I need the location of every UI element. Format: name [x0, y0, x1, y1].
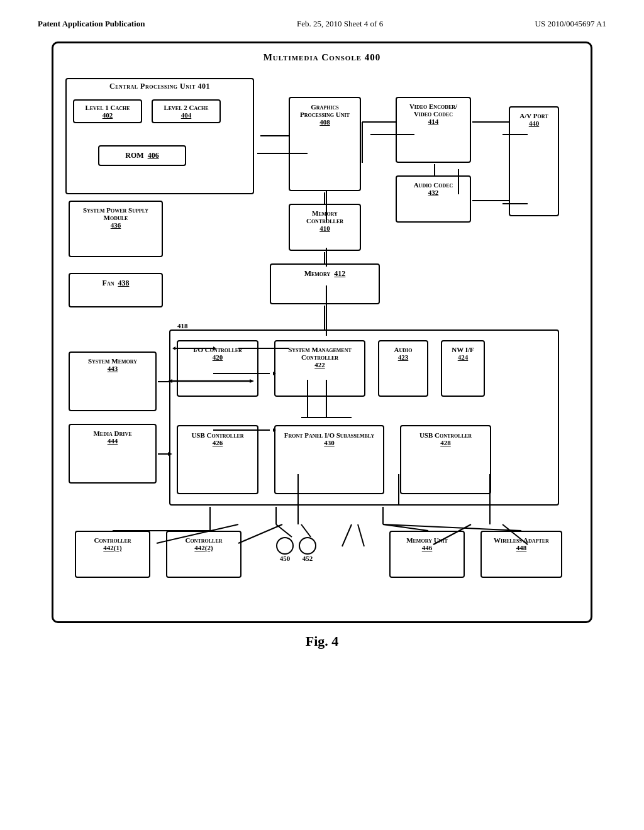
port450-label: 450	[280, 555, 291, 562]
level2cache-num: 404	[181, 111, 192, 119]
sysmem-box: System Memory 443	[69, 351, 157, 411]
memunit-label: Memory Unit	[406, 536, 448, 544]
audio423-box: Audio 423	[378, 340, 428, 397]
ioctl-label: I/O Controller	[193, 346, 242, 353]
memory-box: Memory 412	[270, 263, 380, 304]
rom-num: 406	[148, 151, 159, 160]
memory-label: Memory	[304, 269, 331, 278]
level1cache-box: Level 1 Cache 402	[73, 99, 142, 123]
level1cache-label: Level 1 Cache	[85, 104, 130, 111]
videoenc-label: Video Encoder/ Video Codec	[409, 102, 457, 118]
gpu-box: Graphics Processing Unit 408	[289, 97, 361, 191]
fan-box: Fan 438	[69, 273, 163, 307]
frontpanel-num: 430	[324, 439, 335, 446]
mediadrive-num: 444	[108, 437, 118, 445]
svg-line-24	[358, 524, 364, 546]
fan-num: 438	[118, 279, 129, 287]
svg-line-53	[383, 524, 428, 531]
frontpanel-box: Front Panel I/O Subassembly 430	[274, 425, 384, 494]
sysmem-label: System Memory	[88, 357, 137, 365]
audio423-num: 423	[398, 353, 409, 361]
mediadrive-box: Media Drive 444	[69, 424, 157, 484]
gpu-num: 408	[319, 118, 330, 126]
wireless-label: Wireless Adapter	[494, 536, 549, 544]
mediadrive-label: Media Drive	[93, 429, 131, 437]
usbctl426-num: 426	[213, 439, 223, 446]
avport-box: A/V Port 440	[509, 106, 559, 216]
sysmgmt-num: 422	[314, 361, 325, 368]
ioctl-num: 420	[213, 353, 223, 361]
cpu-section: Central Processing Unit 401 Level 1 Cach…	[65, 78, 254, 194]
syspwr-num: 436	[111, 221, 121, 229]
videoenc-box: Video Encoder/ Video Codec 414	[396, 97, 471, 163]
wireless-num: 448	[516, 544, 527, 551]
cpu-label: Central Processing Unit 401	[109, 82, 210, 91]
ioctl-box: I/O Controller 420	[177, 340, 258, 397]
header-left: Patent Application Publication	[38, 19, 145, 29]
usbctl426-box: USB Controller 426	[177, 425, 258, 494]
ctrl4421-num: 442(1)	[103, 544, 121, 551]
ports-450-452: 450 452	[276, 537, 316, 562]
memctrl-label: Memory Controller	[306, 209, 343, 224]
ctrl4421-box: Controller 442(1)	[75, 531, 150, 578]
ctrl4422-box: Controller 442(2)	[166, 531, 242, 578]
audiocodec-num: 432	[428, 189, 439, 196]
usbctl428-num: 428	[440, 439, 451, 446]
usbctl428-label: USB Controller	[419, 431, 472, 439]
page: Patent Application Publication Feb. 25, …	[0, 0, 644, 830]
io-section: 418 I/O Controller 420 System Management…	[169, 329, 559, 506]
memunit-num: 446	[422, 544, 433, 551]
audiocodec-label: Audio Codec	[414, 181, 453, 189]
memunit-box: Memory Unit 446	[389, 531, 465, 578]
avport-num: 440	[529, 119, 540, 127]
bus418-label: 418	[175, 322, 190, 329]
memctrl-box: Memory Controller 410	[289, 204, 361, 251]
level2cache-box: Level 2 Cache 404	[152, 99, 221, 123]
header-center: Feb. 25, 2010 Sheet 4 of 6	[297, 19, 383, 29]
svg-line-54	[383, 524, 521, 531]
videoenc-num: 414	[428, 118, 439, 125]
level2cache-label: Level 2 Cache	[164, 104, 208, 111]
svg-line-50	[276, 524, 292, 537]
rom-label: ROM	[125, 151, 143, 160]
syspwr-label: System Power Supply Module	[83, 206, 148, 221]
syspwr-box: System Power Supply Module 436	[69, 201, 163, 257]
level1cache-num: 402	[103, 111, 113, 119]
frontpanel-label: Front Panel I/O Subassembly	[284, 431, 374, 439]
sysmgmt-box: System Management Controller 422	[274, 340, 365, 397]
rom-box: ROM 406	[98, 145, 186, 166]
nwif-box: NW I/F 424	[441, 340, 485, 397]
nwif-num: 424	[458, 353, 469, 361]
ctrl4422-num: 442(2)	[194, 544, 213, 551]
nwif-label: NW I/F	[452, 346, 474, 353]
sysmem-num: 443	[108, 365, 118, 372]
usbctl428-box: USB Controller 428	[400, 425, 491, 494]
avport-label: A/V Port	[519, 112, 548, 119]
port452-label: 452	[303, 555, 313, 562]
fig-label: Fig. 4	[38, 633, 606, 650]
memctrl-num: 410	[319, 224, 330, 232]
fan-label: Fan	[103, 279, 114, 287]
page-header: Patent Application Publication Feb. 25, …	[38, 19, 606, 29]
audio423-label: Audio	[394, 346, 413, 353]
ctrl4421-label: Controller	[94, 536, 131, 544]
sysmgmt-label: System Management Controller	[288, 346, 352, 361]
wireless-box: Wireless Adapter 448	[480, 531, 562, 578]
ctrl4422-label: Controller	[185, 536, 222, 544]
audiocodec-box: Audio Codec 432	[396, 175, 471, 223]
svg-line-51	[301, 524, 311, 537]
header-right: US 2010/0045697 A1	[535, 19, 606, 29]
svg-line-23	[342, 524, 352, 546]
diagram-title: Multimedia Console 400	[62, 52, 582, 63]
gpu-label: Graphics Processing Unit	[300, 103, 350, 118]
memory-num: 412	[334, 269, 345, 278]
usbctl426-label: USB Controller	[191, 431, 243, 439]
